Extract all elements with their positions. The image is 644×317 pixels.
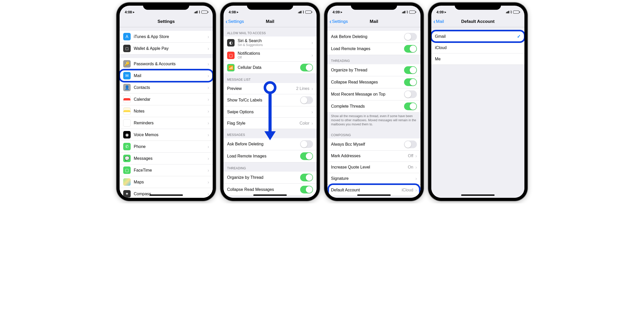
settings-row-ask-before-deleting[interactable]: Ask Before Deleting [327,31,421,43]
content-scroll[interactable]: Gmail✓iCloudMe [431,27,524,198]
passwords-accounts-icon: 🔑 [123,60,131,68]
settings-row-default-account[interactable]: Default AccountiCloud› [327,184,421,196]
settings-row-gmail[interactable]: Gmail✓ [431,31,524,42]
chevron-right-icon: › [415,176,417,181]
settings-row-facetime[interactable]: ▢FaceTime› [120,164,213,176]
row-label: Default Account [331,188,402,192]
settings-row-reminders[interactable]: •••Reminders› [120,117,213,129]
nav-back-button[interactable]: ‹Settings [329,18,348,25]
settings-row-organize-by-thread[interactable]: Organize by Thread [223,172,317,184]
chevron-right-icon: › [208,109,209,114]
settings-row-passwords-accounts[interactable]: 🔑Passwords & Accounts› [120,58,213,70]
toggle-switch[interactable] [404,90,417,98]
chevron-right-icon: › [208,133,209,137]
status-time: 4:09 [333,10,340,14]
itunes-app-store-icon: A [123,33,131,40]
toggle-switch[interactable] [300,140,313,148]
row-label: Always Bcc Myself [331,142,404,147]
toggle-switch[interactable] [300,96,313,104]
settings-row-contacts[interactable]: 👤Contacts› [120,82,213,94]
wifi-icon: ⌇ [302,10,304,14]
settings-row-show-to-cc-labels[interactable]: Show To/Cc Labels [223,94,317,106]
settings-row-phone[interactable]: ✆Phone› [120,141,213,153]
nav-back-button[interactable]: ‹Settings [226,18,244,25]
chevron-right-icon: › [208,192,209,196]
chevron-right-icon: › [208,156,209,161]
toggle-switch[interactable] [404,33,417,41]
settings-row-messages[interactable]: 💬Messages› [120,153,213,164]
home-indicator[interactable] [357,194,391,196]
settings-row-mark-addresses[interactable]: Mark AddressesOff› [327,151,421,162]
toggle-switch[interactable] [404,78,417,86]
toggle-switch[interactable] [404,66,417,74]
settings-row-voice-memos[interactable]: ◉Voice Memos› [120,129,213,141]
wifi-icon: ⌇ [406,10,408,14]
signal-icon [194,11,198,13]
settings-row-compass[interactable]: ✦Compass› [120,188,213,198]
content-scroll[interactable]: AiTunes & App Store›◻Wallet & Apple Pay›… [120,27,213,198]
messages-icon: 💬 [123,155,131,162]
settings-row-collapse-read-messages[interactable]: Collapse Read Messages [223,184,317,196]
settings-row-increase-quote-level[interactable]: Increase Quote LevelOn› [327,162,421,173]
settings-row-notifications[interactable]: ▢NotificationsOff› [223,49,317,62]
row-label: Collapse Read Messages [227,187,300,192]
settings-row-load-remote-images[interactable]: Load Remote Images [327,43,421,55]
voice-memos-icon: ◉ [123,131,131,138]
status-time: 4:08 [229,10,236,14]
settings-row-signature[interactable]: Signature› [327,173,421,184]
toggle-switch[interactable] [300,64,313,71]
settings-row-itunes-app-store[interactable]: AiTunes & App Store› [120,31,213,43]
home-indicator[interactable] [253,194,287,196]
settings-row-always-bcc-myself[interactable]: Always Bcc Myself [327,138,421,151]
nav-back-button[interactable]: ‹Mail [433,18,444,25]
content-scroll[interactable]: Ask Before DeletingLoad Remote ImagesTHR… [327,27,421,198]
section-header: MESSAGE LIST [223,74,317,83]
settings-row-maps[interactable]: Maps› [120,176,213,188]
home-indicator[interactable] [149,194,183,196]
chevron-right-icon: › [208,85,209,90]
wifi-icon: ⌇ [510,10,512,14]
row-label: Voice Memos [134,133,208,137]
nav-back-label: Settings [228,19,244,24]
settings-row-load-remote-images[interactable]: Load Remote Images [223,150,317,162]
settings-row-organize-by-thread[interactable]: Organize by Thread [327,64,421,76]
toggle-switch[interactable] [300,152,313,160]
toggle-switch[interactable] [404,141,417,148]
settings-row-preview[interactable]: Preview2 Lines› [223,83,317,94]
home-indicator[interactable] [461,194,495,196]
settings-row-calendar[interactable]: Calendar› [120,94,213,105]
settings-row-me[interactable]: Me [431,53,524,65]
nav-title: Mail [370,19,378,24]
row-label: Me [435,57,521,61]
status-time: 4:09 [436,10,444,14]
toggle-switch[interactable] [300,186,313,193]
row-label: Most Recent Message on Top [331,92,404,97]
chevron-left-icon: ‹ [433,18,435,25]
settings-row-most-recent-message-on-top[interactable]: Most Recent Message on Top [327,88,421,100]
section-header: MESSAGES [223,129,317,138]
settings-row-swipe-options[interactable]: Swipe Options› [223,106,317,118]
settings-row-cellular-data[interactable]: 📶Cellular Data [223,62,317,74]
chevron-right-icon: › [415,188,417,192]
content-scroll[interactable]: ALLOW MAIL TO ACCESS◐Siri & SearchSiri &… [223,27,317,198]
settings-row-mail[interactable]: ✉Mail› [120,70,213,82]
settings-row-wallet-apple-pay[interactable]: ◻Wallet & Apple Pay› [120,43,213,54]
toggle-switch[interactable] [300,174,313,181]
row-sublabel: Siri & Suggestions [238,43,311,47]
wallet-apple-pay-icon: ◻ [123,45,131,52]
settings-row-collapse-read-messages[interactable]: Collapse Read Messages [327,76,421,88]
toggle-switch[interactable] [404,102,417,110]
row-detail: 2 Lines [296,86,309,91]
row-label: Increase Quote Level [331,165,408,170]
settings-row-icloud[interactable]: iCloud [431,42,524,53]
toggle-switch[interactable] [404,45,417,53]
location-icon: ➤ [340,11,342,14]
settings-row-flag-style[interactable]: Flag StyleColor› [223,118,317,129]
settings-row-complete-threads[interactable]: Complete Threads [327,100,421,113]
chevron-right-icon: › [311,53,313,58]
location-icon: ➤ [236,11,238,14]
row-label: Wallet & Apple Pay [134,46,208,51]
settings-row-siri-search[interactable]: ◐Siri & SearchSiri & Suggestions› [223,36,317,49]
settings-row-notes[interactable]: Notes› [120,105,213,117]
settings-row-ask-before-deleting[interactable]: Ask Before Deleting [223,138,317,150]
